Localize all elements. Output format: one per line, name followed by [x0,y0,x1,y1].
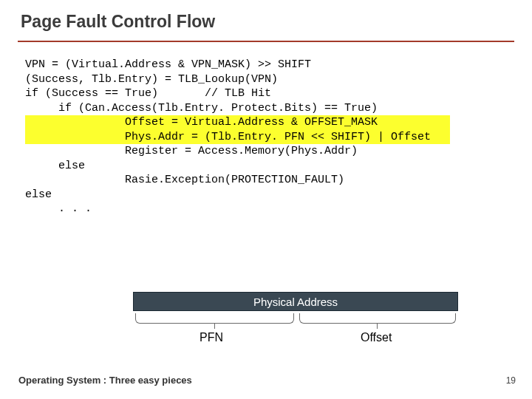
label-offset: Offset [361,331,392,344]
page-number: 19 [506,375,516,386]
slide-title: Page Fault Control Flow [21,12,215,32]
bracket-left [135,313,294,324]
footer-text: Operating System : Three easy pieces [18,375,192,386]
code-line: VPN = (Virtual.Address & VPN_MASK) >> SH… [25,58,311,71]
code-line: Register = Access.Memory(Phys.Addr) [25,145,358,157]
label-pfn: PFN [200,331,223,344]
code-line: (Success, Tlb.Entry) = TLB_Lookup(VPN) [25,73,278,86]
bracket-tick [214,323,215,329]
code-line: if (Success == True) // TLB Hit [25,87,271,100]
code-line: if (Can.Access(Tlb.Entry. Protect.Bits) … [25,102,378,115]
code-line: else [25,188,52,201]
code-line-highlight: Phys.Addr = (Tlb.Entry. PFN << SHIFT) | … [25,130,450,145]
code-line: Rasie.Exception(PROTECTION_FAULT) [25,174,344,186]
code-line: . . . [25,202,92,215]
code-block: VPN = (Virtual.Address & VPN_MASK) >> SH… [25,58,450,216]
title-rule [18,41,514,42]
code-line: else [25,160,85,172]
bracket-tick [377,323,378,329]
bracket-right [299,313,456,324]
code-line-highlight: Offset = Virtual.Address & OFFSET_MASK [25,115,450,130]
physical-address-box: Physical Address [133,292,458,311]
